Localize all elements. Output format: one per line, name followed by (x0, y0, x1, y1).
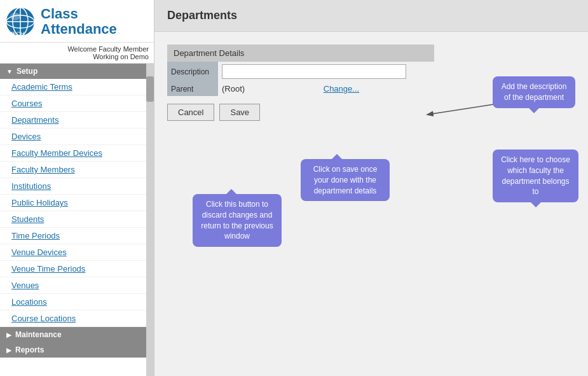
description-row: Description (167, 62, 410, 81)
cancel-button[interactable]: Cancel (167, 104, 214, 121)
tooltip-description: Add the description of the department (493, 76, 575, 108)
dept-details-bar: Department Details (167, 45, 434, 62)
sidebar-item-students[interactable]: Students (0, 211, 154, 228)
app-title: Class (41, 6, 117, 22)
sidebar-item-public-holidays[interactable]: Public Holidays (0, 195, 154, 211)
description-input[interactable] (222, 64, 406, 79)
app-title-block: Class Attendance (41, 6, 117, 37)
sidebar-header: TECH Class Attendance (0, 0, 154, 43)
change-link[interactable]: Change... (324, 84, 359, 94)
svg-text:TECH: TECH (9, 31, 25, 37)
scrollbar-thumb[interactable] (146, 76, 154, 102)
scrollbar-track (146, 64, 154, 376)
sidebar-item-venue-devices[interactable]: Venue Devices (0, 244, 154, 261)
reports-section-header[interactable]: ▶ Reports (0, 342, 154, 358)
sidebar-item-venues[interactable]: Venues (0, 277, 154, 294)
sidebar: TECH Class Attendance Welcome Faculty Me… (0, 0, 154, 376)
logo-globe: TECH (5, 6, 36, 37)
reports-label: Reports (15, 345, 44, 354)
maintenance-section-header[interactable]: ▶ Maintenance (0, 327, 154, 342)
maintenance-arrow-icon: ▶ (6, 331, 11, 338)
setup-arrow-icon: ▼ (6, 68, 13, 75)
sidebar-item-faculty-members[interactable]: Faculty Members (0, 162, 154, 178)
save-button[interactable]: Save (219, 104, 260, 121)
tooltip-save: Click on save once your done with the de… (301, 159, 390, 201)
sidebar-item-departments[interactable]: Departments (0, 112, 154, 129)
sidebar-item-course-locations[interactable]: Course Locations (0, 310, 154, 327)
welcome-text: Welcome Faculty Member Working on Demo (0, 43, 154, 64)
main-content: Departments Department Details Descripti… (154, 0, 588, 376)
form-area: Department Details Description Parent (R… (154, 32, 588, 134)
description-input-cell (218, 62, 410, 81)
parent-value: (Root) Change... (218, 81, 410, 96)
sidebar-item-venue-time-periods[interactable]: Venue Time Periods (0, 261, 154, 277)
description-label: Description (167, 62, 218, 81)
sidebar-nav-container: ▼ Setup Academic Terms Courses Departmen… (0, 64, 154, 376)
setup-label: Setup (17, 67, 38, 76)
tooltip-cancel: Click this button to discard changes and… (193, 194, 282, 247)
sidebar-item-locations[interactable]: Locations (0, 294, 154, 310)
sidebar-item-academic-terms[interactable]: Academic Terms (0, 79, 154, 95)
parent-label: Parent (167, 81, 218, 96)
setup-section-header[interactable]: ▼ Setup (0, 64, 154, 79)
dept-form-table: Description Parent (Root) Change... (167, 62, 410, 96)
sidebar-item-devices[interactable]: Devices (0, 129, 154, 145)
tooltip-faculty: Click here to choose which faculty the d… (493, 150, 578, 202)
sidebar-item-institutions[interactable]: Institutions (0, 178, 154, 195)
sidebar-item-courses[interactable]: Courses (0, 95, 154, 112)
sidebar-item-faculty-member-devices[interactable]: Faculty Member Devices (0, 145, 154, 162)
parent-row: Parent (Root) Change... (167, 81, 410, 96)
sidebar-nav: ▼ Setup Academic Terms Courses Departmen… (0, 64, 154, 358)
page-title: Departments (154, 0, 588, 32)
app-subtitle: Attendance (41, 22, 117, 37)
sidebar-item-time-periods[interactable]: Time Periods (0, 228, 154, 244)
maintenance-label: Maintenance (15, 330, 62, 339)
reports-arrow-icon: ▶ (6, 347, 11, 354)
svg-point-5 (10, 13, 20, 20)
